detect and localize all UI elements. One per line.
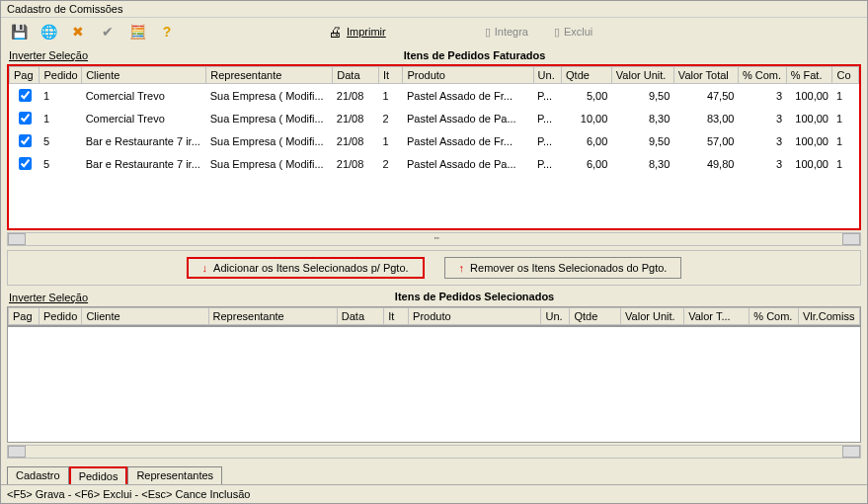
bottom-grid[interactable]: Pag Pedido Cliente Representante Data It… <box>8 307 860 325</box>
col-produto[interactable]: Produto <box>403 67 533 84</box>
cell-valor-unit: 8,30 <box>611 152 673 175</box>
top-horizontal-scrollbar[interactable]: ''' <box>7 232 861 246</box>
cell-pedido: 1 <box>39 107 82 129</box>
delete-icon[interactable]: ✖ <box>70 24 86 40</box>
col-cod[interactable]: Co <box>832 67 859 84</box>
globe-icon[interactable]: 🌐 <box>40 24 56 40</box>
print-button[interactable]: 🖨 Imprimir <box>321 22 392 42</box>
bottom-grid-box: Pag Pedido Cliente Representante Data It… <box>7 306 861 326</box>
col-valor-unit[interactable]: Valor Unit. <box>611 67 673 84</box>
col-pct-com[interactable]: % Com. <box>750 307 799 324</box>
col-pct-fat[interactable]: % Fat. <box>786 67 832 84</box>
col-pedido[interactable]: Pedido <box>39 67 82 84</box>
cell-pag[interactable] <box>10 129 39 152</box>
top-grid-box: Pag Pedido Cliente Representante Data It… <box>7 64 861 230</box>
col-un[interactable]: Un. <box>533 67 561 84</box>
check-icon[interactable]: ✔ <box>100 24 116 40</box>
cell-pag[interactable] <box>10 152 39 175</box>
col-valor-total[interactable]: Valor T... <box>684 307 750 324</box>
cell-data: 21/08 <box>333 84 379 108</box>
bottom-horizontal-scrollbar[interactable] <box>7 445 861 459</box>
table-row[interactable]: 5Bar e Restaurante 7 ir...Sua Empresa ( … <box>10 129 859 152</box>
cell-representante: Sua Empresa ( Modifi... <box>206 107 333 129</box>
col-cliente[interactable]: Cliente <box>82 67 206 84</box>
cell-representante: Sua Empresa ( Modifi... <box>206 129 333 152</box>
cell-pct-fat: 100,00 <box>786 107 832 129</box>
cell-pct-fat: 100,00 <box>786 84 832 108</box>
tab-representantes[interactable]: Representantes <box>127 466 222 484</box>
top-grid-empty-area <box>9 175 859 228</box>
cell-cod: 1 <box>832 129 859 152</box>
bottom-grid-empty-area <box>7 326 861 443</box>
pag-checkbox[interactable] <box>19 134 32 147</box>
col-valor-unit[interactable]: Valor Unit. <box>621 307 684 324</box>
col-un[interactable]: Un. <box>541 307 570 324</box>
exclui-button: ▯ Exclui <box>548 24 598 41</box>
col-pct-com[interactable]: % Com. <box>738 67 786 84</box>
cell-cliente: Comercial Trevo <box>82 84 206 108</box>
col-produto[interactable]: Produto <box>409 307 541 324</box>
col-data[interactable]: Data <box>337 307 384 324</box>
bottom-section-header: Inverter Seleção Itens de Pedidos Seleci… <box>7 290 861 304</box>
scrollbar-thumb-marker: ''' <box>434 235 439 245</box>
col-it[interactable]: It <box>379 67 403 84</box>
cell-pedido: 5 <box>39 152 82 175</box>
cell-pedido: 1 <box>39 84 82 108</box>
help-icon[interactable]: ? <box>159 24 175 40</box>
col-representante[interactable]: Representante <box>208 307 337 324</box>
arrow-down-icon: ↓ <box>202 262 208 274</box>
arrow-up-icon: ↑ <box>459 262 465 274</box>
integra-label: Integra <box>495 26 528 38</box>
bottom-section-title: Itens de Pedidos Selecionados <box>88 291 861 302</box>
col-qtde[interactable]: Qtde <box>562 67 612 84</box>
pag-checkbox[interactable] <box>19 89 32 102</box>
cell-representante: Sua Empresa ( Modifi... <box>206 84 333 108</box>
col-vlr-comiss[interactable]: Vlr.Comiss <box>798 307 859 324</box>
tab-pedidos[interactable]: Pedidos <box>69 466 128 484</box>
cell-cliente: Comercial Trevo <box>82 107 206 129</box>
pag-checkbox[interactable] <box>19 112 32 125</box>
pipe-icon: ▯ <box>554 26 560 39</box>
window-title: Cadastro de Comissões <box>1 1 867 18</box>
cell-produto: Pastel Assado de Fr... <box>403 129 533 152</box>
cell-pct-fat: 100,00 <box>786 129 832 152</box>
col-pag[interactable]: Pag <box>10 67 39 84</box>
col-representante[interactable]: Representante <box>206 67 333 84</box>
pag-checkbox[interactable] <box>19 157 32 170</box>
cell-valor-unit: 9,50 <box>611 129 673 152</box>
cell-pag[interactable] <box>10 107 39 129</box>
top-grid[interactable]: Pag Pedido Cliente Representante Data It… <box>9 66 859 175</box>
calc-icon[interactable]: 🧮 <box>129 24 145 40</box>
invert-selection-top[interactable]: Inverter Seleção <box>9 49 88 61</box>
cell-valor-total: 83,00 <box>673 107 738 129</box>
remove-button-label: Remover os Itens Selecionados do Pgto. <box>470 262 667 274</box>
tab-cadastro[interactable]: Cadastro <box>7 466 69 484</box>
col-it[interactable]: It <box>384 307 409 324</box>
cell-qtde: 10,00 <box>562 107 612 129</box>
save-icon[interactable]: 💾 <box>11 24 27 40</box>
table-row[interactable]: 1Comercial TrevoSua Empresa ( Modifi...2… <box>10 107 859 129</box>
cell-valor-unit: 9,50 <box>611 84 673 108</box>
col-qtde[interactable]: Qtde <box>570 307 621 324</box>
col-cliente[interactable]: Cliente <box>82 307 208 324</box>
invert-selection-bottom[interactable]: Inverter Seleção <box>9 292 88 303</box>
col-valor-total[interactable]: Valor Total <box>673 67 738 84</box>
cell-valor-total: 47,50 <box>673 84 738 108</box>
cell-pct-com: 3 <box>738 152 786 175</box>
table-row[interactable]: 1Comercial TrevoSua Empresa ( Modifi...2… <box>10 84 859 108</box>
table-row[interactable]: 5Bar e Restaurante 7 ir...Sua Empresa ( … <box>10 152 859 175</box>
remove-selected-button[interactable]: ↑ Remover os Itens Selecionados do Pgto. <box>444 257 682 279</box>
col-pag[interactable]: Pag <box>9 307 39 324</box>
cell-it: 2 <box>379 152 403 175</box>
cell-un: P... <box>533 107 561 129</box>
toolbar: 💾 🌐 ✖ ✔ 🧮 ? 🖨 Imprimir ▯ Integra ▯ Exclu… <box>1 18 867 45</box>
action-button-row: ↓ Adicionar os Itens Selecionados p/ Pgt… <box>7 250 861 286</box>
bottom-grid-header-row: Pag Pedido Cliente Representante Data It… <box>9 307 860 324</box>
cell-pag[interactable] <box>10 84 39 108</box>
col-pedido[interactable]: Pedido <box>39 307 82 324</box>
add-selected-button[interactable]: ↓ Adicionar os Itens Selecionados p/ Pgt… <box>187 257 425 279</box>
col-data[interactable]: Data <box>333 67 379 84</box>
top-section-header: Inverter Seleção Itens de Pedidos Fatura… <box>7 47 861 62</box>
cell-cod: 1 <box>832 84 859 108</box>
print-icon: 🖨 <box>327 24 343 40</box>
